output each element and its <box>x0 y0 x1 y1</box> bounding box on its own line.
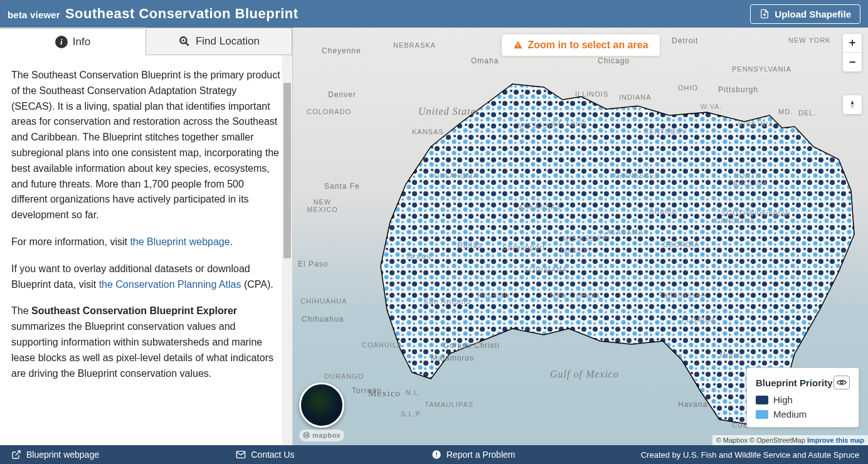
label-nebraska: NEBRASKA <box>393 41 436 49</box>
zoom-controls: + − <box>843 34 862 71</box>
scrollbar-thumb[interactable] <box>283 83 291 258</box>
label-kansas: KANSAS <box>412 128 444 135</box>
footer-contact-link[interactable]: Contact Us <box>225 450 305 460</box>
label-tallahassee: Tallahassee <box>659 291 706 300</box>
document-upload-icon <box>760 9 770 19</box>
label-ohio: OHIO <box>678 84 698 92</box>
footer-report-label: Report a Problem <box>447 450 516 460</box>
search-icon <box>178 35 191 48</box>
footer: Blueprint webpage Contact Us Report a Pr… <box>0 445 868 464</box>
label-pittsburgh: Pittsburgh <box>718 85 758 94</box>
label-colorado: COLORADO <box>307 108 351 115</box>
label-kentucky: KENTUCKY <box>644 128 687 135</box>
label-nl: N.L. <box>406 389 421 396</box>
label-detroit: Detroit <box>672 36 698 45</box>
compass-button[interactable] <box>843 95 862 114</box>
label-jackson: Jackson <box>559 246 591 255</box>
label-md: MD. <box>778 108 793 115</box>
sidebar: i Info Find Location The Southeast Conse… <box>0 28 293 445</box>
improve-map-link[interactable]: Improve this map <box>807 436 864 444</box>
svg-point-11 <box>840 381 843 384</box>
tab-find-location[interactable]: Find Location <box>146 28 292 55</box>
label-wilmington: Wilmington <box>747 209 790 218</box>
label-dallas: Dallas <box>457 241 482 250</box>
label-atlanta: Atlanta <box>649 207 677 216</box>
blueprint-webpage-link[interactable]: the Blueprint webpage <box>130 236 230 247</box>
label-denver: Denver <box>328 90 356 99</box>
label-florida: FLORIDA <box>682 316 716 324</box>
legend-label-high: High <box>773 394 793 405</box>
label-texas: TEXAS <box>406 253 431 261</box>
label-chihuahua-city: Chihuahua <box>302 315 344 324</box>
label-chihuahua: CHIHUAHUA <box>300 297 347 305</box>
footer-credit: Created by U.S. Fish and Wildlife Servic… <box>641 450 868 460</box>
tab-info-label: Info <box>73 36 90 48</box>
info-paragraph-3: If you want to overlay additional datase… <box>11 261 281 293</box>
map-attribution: © Mapbox © OpenStreetMap Improve this ma… <box>712 435 868 445</box>
label-us: United States <box>418 106 480 117</box>
upload-shapefile-button[interactable]: Upload Shapefile <box>750 4 860 24</box>
label-del: DEL. <box>798 109 816 117</box>
label-stlouis: St. Louis <box>553 119 588 128</box>
label-omaha: Omaha <box>471 56 499 65</box>
svg-rect-9 <box>517 43 518 46</box>
label-neworleans: New Orleans <box>550 291 600 300</box>
explorer-bold: Southeast Conservation Blueprint Explore… <box>31 305 237 316</box>
external-link-icon <box>11 450 21 460</box>
zoom-in-button[interactable]: + <box>843 34 862 53</box>
label-indiana: INDIANA <box>619 93 652 101</box>
svg-point-3 <box>183 40 184 41</box>
label-elpaso: El Paso <box>298 260 328 268</box>
app-title: Southeast Conservation Blueprint <box>65 6 299 22</box>
info-icon: i <box>55 36 68 48</box>
beta-tag: beta viewer <box>8 9 60 20</box>
label-wva: W.VA. <box>701 103 722 110</box>
label-miami: Miami <box>719 351 743 360</box>
svg-rect-15 <box>436 452 437 455</box>
legend-swatch-high <box>756 396 768 404</box>
label-santafe: Santa Fe <box>324 182 360 191</box>
label-newyork: NEW YORK <box>788 36 831 44</box>
label-mississippi: MISSISSIPPI <box>563 235 610 242</box>
svg-rect-10 <box>517 46 518 47</box>
legend-visibility-toggle[interactable] <box>834 376 850 389</box>
map[interactable]: United States Gulf of Mexico Mexico NEBR… <box>293 28 868 445</box>
info-paragraph-4: The Southeast Conservation Blueprint Exp… <box>11 303 281 381</box>
label-ncarolina: NORTH CAROLINA <box>726 172 770 187</box>
label-pennsylvania: PENNSYLVANIA <box>732 65 791 73</box>
svg-line-2 <box>186 43 189 46</box>
upload-shapefile-label: Upload Shapefile <box>775 9 851 19</box>
label-georgia: GEORGIA <box>663 241 699 248</box>
label-torreon: Torreón <box>352 386 382 395</box>
label-coahuila: COAHUILA <box>362 341 402 349</box>
cpa-link[interactable]: the Conservation Planning Atlas <box>99 279 241 290</box>
envelope-icon <box>236 450 246 460</box>
footer-contact-label: Contact Us <box>251 450 294 460</box>
label-sanantonio: San Antonio <box>423 297 471 306</box>
info-paragraph-2: For more information, visit the Blueprin… <box>11 235 281 250</box>
label-tamaulipas: TAMAULIPAS <box>425 401 474 408</box>
label-slp: S.L.P. <box>401 410 423 418</box>
legend-label-medium: Medium <box>773 409 807 419</box>
mapbox-logo: Ⓜ mapbox <box>299 430 344 441</box>
scrollbar-track[interactable] <box>282 55 292 445</box>
legend: Blueprint Priority High Medium <box>746 367 859 428</box>
legend-title: Blueprint Priority <box>756 377 833 388</box>
label-houston: Houston <box>477 291 510 300</box>
label-alabama: ALABAMA <box>606 228 643 236</box>
zoom-out-button[interactable]: − <box>843 53 862 71</box>
footer-blueprint-link[interactable]: Blueprint webpage <box>0 450 110 460</box>
label-arkansas: ARKANSAS <box>519 203 561 211</box>
tab-info[interactable]: i Info <box>0 28 146 55</box>
eye-icon <box>837 379 847 386</box>
minimap-toggle[interactable] <box>299 382 344 428</box>
compass-icon <box>847 100 857 110</box>
label-missouri: MISSOURI <box>517 122 556 129</box>
info-paragraph-1: The Southeast Conservation Blueprint is … <box>11 68 281 223</box>
app-header: beta viewer Southeast Conservation Bluep… <box>0 0 868 28</box>
alert-icon <box>431 450 442 460</box>
info-panel: The Southeast Conservation Blueprint is … <box>0 55 292 445</box>
label-louisiana: LOUISIANA <box>525 266 568 273</box>
legend-swatch-medium <box>756 410 768 419</box>
footer-report-link[interactable]: Report a Problem <box>420 450 527 460</box>
